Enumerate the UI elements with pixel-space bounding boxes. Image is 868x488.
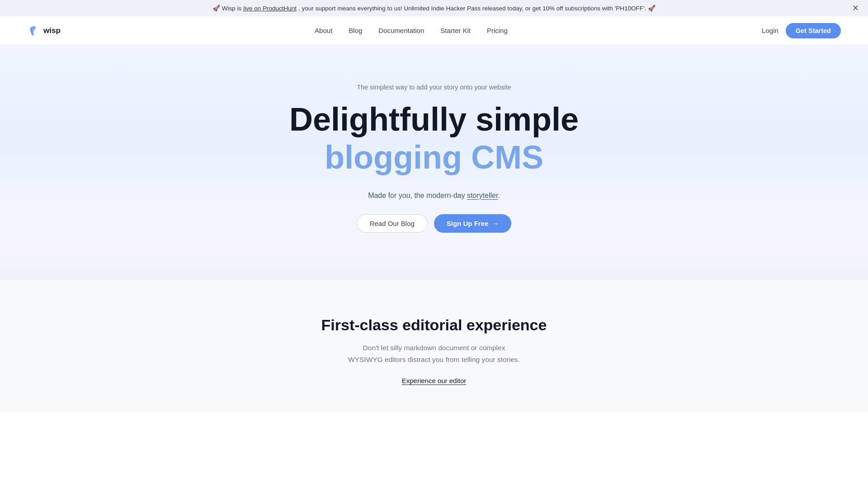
logo-link[interactable]: wisp: [27, 24, 61, 37]
producthunt-link[interactable]: live on ProductHunt: [243, 5, 297, 12]
features-desc-line2: WYSIWYG editors distract you from tellin…: [348, 356, 520, 363]
login-button[interactable]: Login: [762, 27, 778, 34]
hero-subtitle: The simplest way to add your story onto …: [357, 84, 511, 91]
arrow-icon: →: [492, 220, 499, 227]
hero-buttons: Read Our Blog Sign Up Free →: [357, 214, 512, 233]
nav-pricing[interactable]: Pricing: [487, 27, 508, 34]
get-started-button[interactable]: Get Started: [786, 23, 841, 38]
hero-title-line2: blogging CMS: [325, 140, 543, 175]
banner-rocket-left: 🚀: [212, 5, 220, 12]
nav-blog[interactable]: Blog: [349, 27, 362, 34]
banner-text-part1: Wisp is: [222, 5, 242, 12]
hero-section: The simplest way to add your story onto …: [0, 45, 868, 280]
features-title: First-class editorial experience: [9, 316, 859, 334]
nav-starter-kit[interactable]: Starter Kit: [440, 27, 471, 34]
announcement-banner: 🚀 Wisp is live on ProductHunt , your sup…: [0, 0, 868, 16]
hero-description: Made for you, the modern-day storyteller…: [368, 192, 500, 200]
features-section: First-class editorial experience Don't l…: [0, 280, 868, 412]
wisp-logo-icon: [27, 24, 40, 37]
nav-links: About Blog Documentation Starter Kit Pri…: [315, 27, 508, 35]
hero-description-suffix: .: [498, 192, 500, 199]
nav-documentation[interactable]: Documentation: [378, 27, 424, 34]
nav-about[interactable]: About: [315, 27, 332, 34]
sign-up-free-button[interactable]: Sign Up Free →: [434, 214, 512, 233]
nav-actions: Login Get Started: [762, 23, 841, 38]
experience-editor-link[interactable]: Experience our editor: [402, 377, 467, 385]
banner-text-part2: , your support means everything to us! U…: [298, 5, 646, 12]
read-blog-button[interactable]: Read Our Blog: [357, 214, 428, 233]
logo-text: wisp: [43, 26, 61, 35]
sign-up-label: Sign Up Free: [447, 220, 489, 227]
hero-description-highlight: storyteller: [467, 192, 498, 199]
banner-close-button[interactable]: ✕: [852, 4, 859, 12]
navbar: wisp About Blog Documentation Starter Ki…: [0, 16, 868, 45]
hero-description-prefix: Made for you, the modern-day: [368, 192, 467, 199]
banner-rocket-right: 🚀: [648, 5, 656, 12]
features-description: Don't let silly markdown document or com…: [316, 342, 552, 366]
features-desc-line1: Don't let silly markdown document or com…: [363, 344, 505, 352]
hero-title-line1: Delightfully simple: [289, 102, 579, 137]
